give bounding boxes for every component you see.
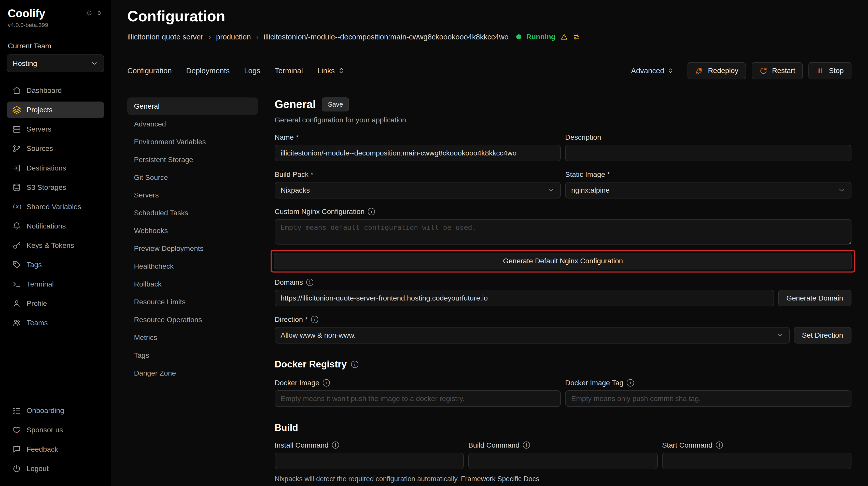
sidebar-item-notifications[interactable]: Notifications xyxy=(7,218,104,234)
direction-value: Allow www & non-www. xyxy=(280,331,355,339)
tab-links[interactable]: Links xyxy=(317,66,346,75)
info-icon[interactable] xyxy=(351,361,358,368)
build-commands-row: Install Command Build Command xyxy=(275,441,851,469)
config-nav-advanced[interactable]: Advanced xyxy=(127,115,258,133)
section-subtitle: General configuration for your applicati… xyxy=(275,116,851,124)
chevron-down-icon xyxy=(838,186,845,194)
config-nav-tags[interactable]: Tags xyxy=(127,347,258,364)
info-icon[interactable] xyxy=(716,442,723,449)
static-image-select[interactable]: nginx:alpine xyxy=(565,182,851,198)
theme-toggle-icon[interactable] xyxy=(85,9,92,17)
team-select[interactable]: Hosting xyxy=(7,55,104,72)
description-input[interactable] xyxy=(565,145,851,161)
build-pack-select[interactable]: Nixpacks xyxy=(275,182,561,198)
config-nav-metrics[interactable]: Metrics xyxy=(127,329,258,346)
chevron-updown-icon[interactable] xyxy=(96,9,103,17)
config-nav-webhooks[interactable]: Webhooks xyxy=(127,222,258,239)
docker-image-input[interactable] xyxy=(275,390,561,407)
sidebar-item-onboarding[interactable]: Onboarding xyxy=(7,402,104,419)
docker-image-tag-input[interactable] xyxy=(565,390,851,407)
warning-icon[interactable] xyxy=(560,33,568,40)
config-nav-danger-zone[interactable]: Danger Zone xyxy=(127,365,258,382)
start-command-input[interactable] xyxy=(662,453,851,469)
info-icon[interactable] xyxy=(311,316,318,323)
custom-nginx-textarea[interactable] xyxy=(275,219,851,245)
sidebar-item-projects[interactable]: Projects xyxy=(7,101,104,118)
sidebar-item-dashboard[interactable]: Dashboard xyxy=(7,82,104,99)
info-icon[interactable] xyxy=(523,442,530,449)
bell-icon xyxy=(12,222,21,230)
config-nav-scheduled-tasks[interactable]: Scheduled Tasks xyxy=(127,204,258,222)
tab-configuration[interactable]: Configuration xyxy=(127,66,172,75)
config-nav-rollback[interactable]: Rollback xyxy=(127,276,258,293)
build-command-input[interactable] xyxy=(468,453,658,469)
info-icon[interactable] xyxy=(306,279,313,286)
install-command-field: Install Command xyxy=(275,441,464,469)
sidebar-item-teams[interactable]: Teams xyxy=(7,315,104,331)
redeploy-button[interactable]: Redeploy xyxy=(687,62,746,79)
framework-docs-link[interactable]: Framework Specific Docs xyxy=(461,475,539,483)
sidebar-item-keys-tokens[interactable]: Keys & Tokens xyxy=(7,237,104,254)
current-team-label: Current Team xyxy=(7,42,104,50)
sidebar-item-label: Dashboard xyxy=(27,86,62,95)
sidebar-item-shared-variables[interactable]: (x)Shared Variables xyxy=(7,198,104,215)
domains-input[interactable] xyxy=(275,290,774,306)
tab-deployments[interactable]: Deployments xyxy=(186,66,229,75)
auto-refresh-icon[interactable] xyxy=(573,33,580,40)
sidebar-item-label: Tags xyxy=(27,261,42,269)
advanced-dropdown[interactable]: Advanced xyxy=(631,66,674,75)
sidebar-item-tags[interactable]: Tags xyxy=(7,257,104,273)
sidebar-item-logout[interactable]: Logout xyxy=(7,460,104,477)
info-icon[interactable] xyxy=(323,379,330,386)
build-note-text: Nixpacks will detect the required config… xyxy=(275,475,459,483)
domains-field: Domains Generate Domain xyxy=(275,278,851,306)
info-icon[interactable] xyxy=(368,208,375,215)
domains-label: Domains xyxy=(275,278,303,287)
config-nav-persistent-storage[interactable]: Persistent Storage xyxy=(127,151,258,168)
tab-logs[interactable]: Logs xyxy=(244,66,260,75)
description-field: Description xyxy=(565,133,851,161)
set-direction-button[interactable]: Set Direction xyxy=(794,327,851,344)
config-nav-resource-limits[interactable]: Resource Limits xyxy=(127,293,258,311)
breadcrumb: illicitonion quote server›production›ill… xyxy=(127,32,851,42)
sidebar-item-sources[interactable]: Sources xyxy=(7,140,104,157)
key-icon xyxy=(12,241,21,250)
breadcrumb-item[interactable]: illicitestonion/-module--decomposition:m… xyxy=(264,33,508,41)
generate-nginx-button[interactable]: Generate Default Nginx Configuration xyxy=(274,253,852,269)
sidebar: Coolify v4.0.0-beta.399 Current Team Hos… xyxy=(0,0,111,486)
status-running-link[interactable]: Running xyxy=(526,33,556,41)
config-nav-general[interactable]: General xyxy=(127,97,258,115)
config-nav-healthcheck[interactable]: Healthcheck xyxy=(127,258,258,275)
breadcrumb-item[interactable]: illicitonion quote server xyxy=(127,33,203,41)
restart-button[interactable]: Restart xyxy=(752,62,803,79)
config-nav-environment-variables[interactable]: Environment Variables xyxy=(127,133,258,150)
config-nav-resource-operations[interactable]: Resource Operations xyxy=(127,311,258,328)
sidebar-item-label: Shared Variables xyxy=(27,202,81,211)
config-nav-git-source[interactable]: Git Source xyxy=(127,169,258,186)
info-icon[interactable] xyxy=(627,379,634,386)
tab-terminal[interactable]: Terminal xyxy=(275,66,303,75)
chevron-down-icon xyxy=(547,186,555,194)
sidebar-item-terminal[interactable]: Terminal xyxy=(7,276,104,292)
tab-actions: Advanced Redeploy Restart Stop xyxy=(631,62,851,79)
name-input[interactable] xyxy=(275,145,561,161)
restart-icon xyxy=(759,67,768,75)
stop-button[interactable]: Stop xyxy=(808,62,851,79)
config-nav-servers[interactable]: Servers xyxy=(127,187,258,204)
general-form: General Save General configuration for y… xyxy=(275,97,851,486)
config-nav-preview-deployments[interactable]: Preview Deployments xyxy=(127,240,258,257)
sidebar-item-destinations[interactable]: Destinations xyxy=(7,160,104,176)
app-version: v4.0.0-beta.399 xyxy=(7,22,104,29)
server-icon xyxy=(12,125,21,134)
info-icon[interactable] xyxy=(332,442,339,449)
save-button[interactable]: Save xyxy=(322,97,349,111)
install-command-input[interactable] xyxy=(275,453,464,469)
sidebar-item-sponsor-us[interactable]: Sponsor us xyxy=(7,422,104,438)
sidebar-item-servers[interactable]: Servers xyxy=(7,121,104,137)
generate-domain-button[interactable]: Generate Domain xyxy=(778,290,851,306)
sidebar-item-profile[interactable]: Profile xyxy=(7,295,104,312)
sidebar-item-s3-storages[interactable]: S3 Storages xyxy=(7,179,104,196)
sidebar-item-feedback[interactable]: Feedback xyxy=(7,441,104,457)
breadcrumb-item[interactable]: production xyxy=(216,33,251,41)
direction-select[interactable]: Allow www & non-www. xyxy=(275,327,790,344)
